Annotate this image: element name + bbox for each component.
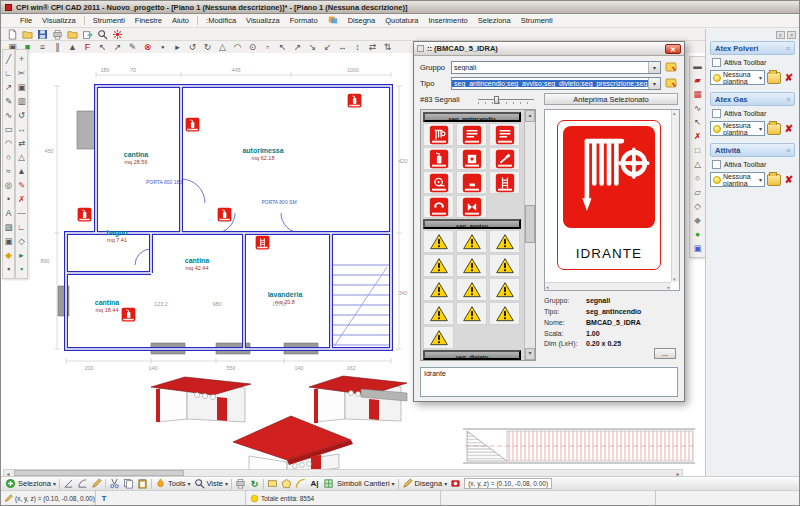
tool-icon[interactable]: ◎ <box>3 179 14 192</box>
arc-tool-button[interactable] <box>295 478 306 489</box>
tool-icon[interactable]: ● <box>692 228 703 241</box>
settings-button[interactable] <box>111 28 124 40</box>
tool-icon[interactable]: ▭ <box>3 123 14 136</box>
sign-tile[interactable] <box>423 230 454 253</box>
plan-safety-sign[interactable] <box>217 205 232 224</box>
collapse-icon[interactable] <box>786 96 790 103</box>
toolbar-icon[interactable]: ◠ <box>231 41 244 53</box>
size-slider[interactable] <box>478 96 534 104</box>
open-folder-button[interactable] <box>767 174 781 186</box>
chevron-down-icon[interactable] <box>648 78 660 89</box>
sign-tile[interactable] <box>423 171 454 194</box>
tool-icon[interactable]: + <box>16 53 27 66</box>
open-folder-button[interactable] <box>767 123 781 135</box>
tool-icon[interactable]: ▥ <box>16 95 27 108</box>
menu-item[interactable]: Visualizza <box>241 16 285 25</box>
copy-button[interactable] <box>123 478 134 489</box>
attiva-toolbar-checkbox[interactable]: Attiva Toolbar <box>712 160 795 169</box>
sign-tile[interactable] <box>489 302 520 325</box>
sign-tile[interactable] <box>423 123 454 146</box>
tool-icon[interactable]: ✗ <box>692 130 703 143</box>
edit-button[interactable] <box>91 478 102 489</box>
disegna-menu-icon[interactable] <box>323 15 343 27</box>
toolbar-icon[interactable]: F <box>81 41 94 53</box>
sign-tile[interactable] <box>423 278 454 301</box>
sign-tile[interactable] <box>456 195 487 218</box>
menu-item[interactable]: Finestre <box>130 16 167 25</box>
sign-tile[interactable] <box>423 326 454 349</box>
collapse-icon[interactable] <box>786 45 790 52</box>
attiva-toolbar-checkbox[interactable]: Attiva Toolbar <box>712 109 795 118</box>
tipo-select[interactable]: seg_antincendio;seg_avviso;seg_divieto;s… <box>451 77 661 90</box>
save-button[interactable] <box>36 28 49 40</box>
menu-item[interactable]: Inserimento <box>424 16 473 25</box>
dock-close-icon[interactable]: ✕ <box>787 31 796 39</box>
delete-button[interactable] <box>783 72 795 84</box>
sign-tile[interactable] <box>489 254 520 277</box>
tool-icon[interactable]: ∟ <box>16 221 27 234</box>
tool-icon[interactable]: ◇ <box>692 200 703 213</box>
tool-icon[interactable]: ✗ <box>16 193 27 206</box>
toolbar-icon[interactable]: △ <box>216 41 229 53</box>
menu-item[interactable]: Visualizza <box>37 16 81 25</box>
sign-tile[interactable] <box>456 123 487 146</box>
tool-icon[interactable]: ∿ <box>692 102 703 115</box>
gruppo-select[interactable]: segnali <box>451 61 661 74</box>
preview-horizontal-scrollbar[interactable] <box>545 282 671 290</box>
seleziona-button[interactable]: Seleziona ▾ <box>5 478 56 489</box>
tool-icon[interactable]: ▣ <box>3 235 14 248</box>
toolbar-icon[interactable]: ⇅ <box>381 41 394 53</box>
checkbox-icon[interactable] <box>712 58 721 67</box>
scrollbar-thumb[interactable] <box>525 205 535 243</box>
tool-icon[interactable]: ╱ <box>3 53 14 66</box>
sign-tile[interactable] <box>489 123 520 146</box>
slider-thumb[interactable] <box>494 96 499 104</box>
toolbar-icon[interactable]: ↔ <box>336 41 349 53</box>
plan-safety-sign[interactable] <box>255 233 270 252</box>
tool-icon[interactable]: ≈ <box>3 165 14 178</box>
sign-tile[interactable] <box>423 302 454 325</box>
wall-section-hatch[interactable] <box>463 429 695 463</box>
grid-scrollbar[interactable] <box>524 110 535 360</box>
preview-vertical-scrollbar[interactable] <box>671 110 679 282</box>
tool-icon[interactable]: ▱ <box>692 186 703 199</box>
print-view-button[interactable] <box>235 478 246 489</box>
tool-icon[interactable]: ⇄ <box>16 137 27 150</box>
more-button[interactable]: ... <box>654 348 676 359</box>
grid-tool-button[interactable] <box>323 478 334 489</box>
tool-icon[interactable]: ▪ <box>3 263 14 276</box>
plan-safety-sign[interactable] <box>185 115 200 134</box>
close-icon[interactable] <box>665 44 681 54</box>
toolbar-icon[interactable]: ∥ <box>51 41 64 53</box>
tool-icon[interactable]: ○ <box>3 151 14 164</box>
tool-icon[interactable]: ○ <box>692 172 703 185</box>
rectangle-tool-button[interactable] <box>267 478 278 489</box>
toolbar-icon[interactable]: ↖ <box>276 41 289 53</box>
sign-tile[interactable] <box>456 278 487 301</box>
tool-icon[interactable]: ▬ <box>692 60 703 73</box>
tool-icon[interactable]: — <box>16 207 27 220</box>
sign-tile[interactable] <box>489 278 520 301</box>
viste-button[interactable]: Viste ▾ <box>194 478 229 489</box>
tool-icon[interactable]: ◇ <box>16 235 27 248</box>
tool-icon[interactable]: □ <box>692 144 703 157</box>
dialog-titlebar[interactable]: :: (BMCAD_5_IDRA) <box>414 42 684 56</box>
delete-button[interactable] <box>783 174 795 186</box>
tool-icon[interactable]: ↔ <box>16 123 27 136</box>
tool-icon[interactable]: ▰ <box>692 74 703 87</box>
toolbar-icon[interactable]: ↻ <box>201 41 214 53</box>
piantina-select[interactable]: Nessuna piantina <box>710 70 765 85</box>
sign-tile[interactable] <box>423 195 454 218</box>
tool-icon[interactable]: ▨ <box>3 221 14 234</box>
panel-group-header[interactable]: Atex Polveri <box>710 41 795 55</box>
toolbar-icon[interactable]: ↗ <box>291 41 304 53</box>
plan-safety-sign[interactable] <box>121 305 136 324</box>
menu-item[interactable]: Aiuto <box>167 16 194 25</box>
sign-tile[interactable] <box>456 230 487 253</box>
gruppo-filter-icon[interactable] <box>664 61 678 74</box>
chevron-down-icon[interactable] <box>759 125 762 132</box>
tool-icon[interactable]: ↖ <box>692 116 703 129</box>
sign-tile[interactable] <box>423 147 454 170</box>
tool-icon[interactable]: ▲ <box>16 165 27 178</box>
tool-icon[interactable]: ↺ <box>16 109 27 122</box>
